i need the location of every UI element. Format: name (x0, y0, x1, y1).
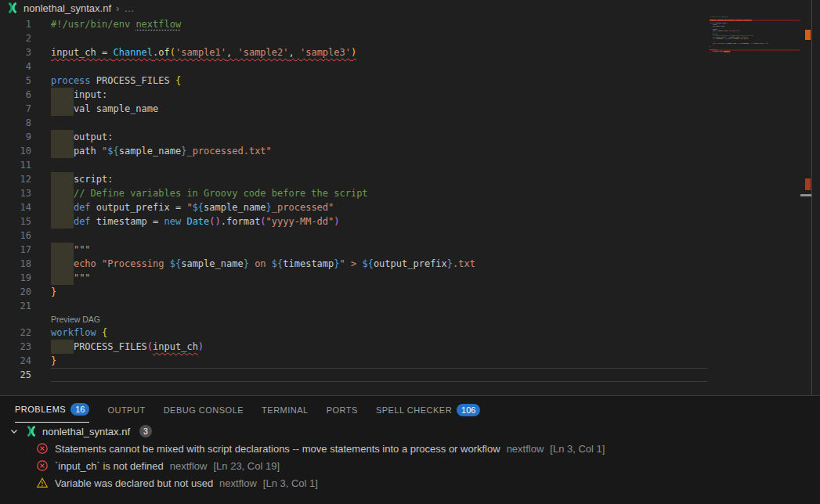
code-line-24: 24} (0, 354, 800, 368)
panel-tab-label: TERMINAL (262, 405, 309, 415)
problem-source: nextflow (170, 460, 208, 472)
ruler-mark-1 (805, 178, 811, 190)
panel-tab-label: OUTPUT (107, 405, 145, 415)
line-number: 16 (0, 229, 31, 243)
ruler-mark-0 (805, 30, 811, 40)
line-number: 15 (0, 214, 31, 229)
line-number: 17 (0, 243, 31, 257)
error-icon (36, 459, 49, 472)
panel-tab-output[interactable]: OUTPUT (107, 396, 145, 423)
problem-location: [Ln 3, Col 1] (263, 477, 318, 489)
line-number: 25 (0, 368, 31, 382)
breadcrumb[interactable]: nonlethal_syntax.nf › … (0, 0, 820, 16)
line-number: 5 (0, 74, 31, 88)
line-number: 20 (0, 285, 31, 299)
code-line-25: 25 (0, 368, 800, 382)
chevron-down-icon[interactable] (8, 425, 20, 437)
problem-row-error[interactable]: Statements cannot be mixed with script d… (0, 440, 820, 457)
line-number: 3 (0, 45, 31, 59)
tab-count-badge: 106 (457, 404, 480, 416)
problem-row-warning[interactable]: Variable was declared but not usednextfl… (0, 474, 820, 491)
bottom-panel: PROBLEMS16OUTPUTDEBUG CONSOLETERMINALPOR… (0, 395, 820, 504)
line-number: 13 (0, 186, 31, 200)
line-number: 21 (0, 299, 31, 313)
error-icon (36, 442, 49, 455)
overview-ruler[interactable] (800, 0, 812, 395)
code-line-5: 5process PROCESS_FILES { (0, 74, 800, 88)
minimap-content: 1#!/usr/bin/env nextflow23input_ch = Cha… (710, 16, 800, 56)
nextflow-file-icon (25, 425, 38, 437)
code-line-16: 16 (0, 229, 800, 243)
codelens-preview-dag[interactable]: Preview DAG (51, 313, 100, 326)
problem-row-error[interactable]: `input_ch` is not definednextflow[Ln 23,… (0, 457, 820, 474)
line-number: 8 (0, 116, 31, 130)
minimap[interactable]: 1#!/usr/bin/env nextflow23input_ch = Cha… (710, 16, 800, 62)
code-line-19: 19 """ (0, 271, 800, 285)
panel-tab-spell-checker[interactable]: SPELL CHECKER106 (376, 396, 481, 423)
code-line-14: 14 def output_prefix = "${sample_name}_p… (0, 200, 800, 214)
codelens-row: Preview DAG (0, 313, 800, 326)
code-line-12: 12 script: (0, 172, 800, 186)
line-number: 6 (0, 88, 31, 102)
line-number: 11 (0, 158, 31, 172)
code-line-4: 4 (0, 59, 800, 74)
code-line-21: 21 (0, 299, 800, 313)
panel-tab-bar: PROBLEMS16OUTPUTDEBUG CONSOLETERMINALPOR… (0, 396, 820, 423)
tab-count-badge: 16 (70, 403, 89, 416)
code-line-7: 7 val sample_name (0, 102, 800, 116)
panel-tab-ports[interactable]: PORTS (327, 396, 358, 423)
problems-file-group[interactable]: nonlethal_syntax.nf 3 (0, 423, 820, 440)
breadcrumb-filename[interactable]: nonlethal_syntax.nf (23, 2, 111, 14)
problem-source: nextflow (219, 477, 257, 489)
ruler-mark-2 (800, 194, 811, 196)
line-number: 2 (0, 31, 31, 45)
code-line-9: 9 output: (0, 130, 800, 144)
panel-tab-debug-console[interactable]: DEBUG CONSOLE (164, 396, 244, 423)
problems-count-badge: 3 (139, 425, 152, 437)
panel-tab-label: PORTS (327, 405, 358, 415)
problem-source: nextflow (507, 443, 544, 455)
line-number: 7 (0, 102, 31, 116)
code-line-1: 1#!/usr/bin/env nextflow (0, 17, 800, 31)
line-number: 24 (0, 354, 31, 368)
line-number: 9 (0, 130, 31, 144)
problem-location: [Ln 23, Col 19] (213, 460, 280, 472)
problem-location: [Ln 3, Col 1] (550, 443, 605, 455)
breadcrumb-collapsed[interactable]: … (124, 2, 134, 14)
line-number: 10 (0, 144, 31, 158)
code-line-23: 23 PROCESS_FILES(input_ch) (0, 340, 800, 354)
code-line-22: 22workflow { (0, 326, 800, 340)
code-line-8: 8 (0, 116, 800, 130)
problem-message: Variable was declared but not used (55, 477, 213, 489)
code-line-17: 17 """ (0, 243, 800, 257)
line-number: 14 (0, 200, 31, 214)
panel-tab-label: PROBLEMS (15, 405, 66, 414)
code-line-10: 10 path "${sample_name}_processed.txt" (0, 144, 800, 158)
line-number: 12 (0, 172, 31, 186)
code-line-2: 2 (0, 31, 800, 45)
code-line-25: 25 (710, 54, 800, 56)
line-number: 4 (0, 59, 31, 74)
problems-file-name: nonlethal_syntax.nf (42, 426, 130, 437)
vscode-window: nonlethal_syntax.nf › … 1#!/usr/bin/env … (0, 0, 820, 504)
problem-message: `input_ch` is not defined (55, 460, 164, 472)
line-number: 22 (0, 326, 31, 340)
problem-list: Statements cannot be mixed with script d… (0, 440, 820, 491)
panel-tab-terminal[interactable]: TERMINAL (262, 396, 309, 423)
panel-tab-problems[interactable]: PROBLEMS16 (15, 396, 89, 423)
line-number: 19 (0, 271, 31, 285)
editor-pane: nonlethal_syntax.nf › … 1#!/usr/bin/env … (0, 0, 820, 395)
line-number: 23 (0, 340, 31, 354)
code-line-13: 13 // Define variables in Groovy code be… (0, 186, 800, 200)
nextflow-file-icon (6, 2, 19, 14)
code-editor[interactable]: 1#!/usr/bin/env nextflow23input_ch = Cha… (0, 16, 800, 395)
code-line-6: 6 input: (0, 88, 800, 102)
line-number: 1 (0, 17, 31, 31)
breadcrumb-separator: › (116, 2, 119, 14)
code-line-20: 20} (0, 285, 800, 299)
line-number: 18 (0, 257, 31, 271)
code-line-18: 18 echo "Processing ${sample_name} on ${… (0, 257, 800, 271)
warning-icon (36, 477, 49, 489)
panel-tab-label: DEBUG CONSOLE (164, 405, 244, 415)
code-line-15: 15 def timestamp = new Date().format("yy… (0, 214, 800, 229)
